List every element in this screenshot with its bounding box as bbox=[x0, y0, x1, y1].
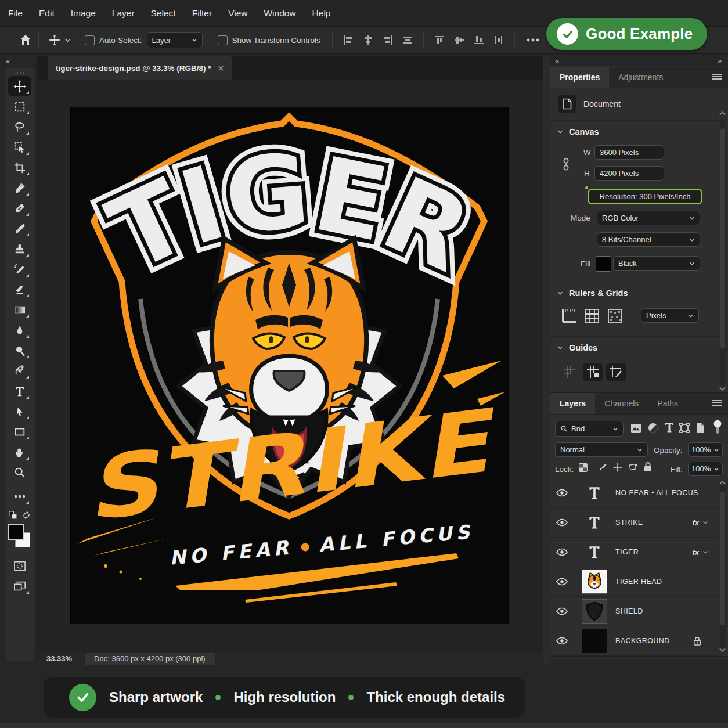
eye-icon[interactable] bbox=[556, 489, 568, 497]
eye-icon[interactable] bbox=[556, 607, 568, 615]
align-left-icon[interactable] bbox=[343, 34, 354, 46]
guides-section-header[interactable]: Guides bbox=[557, 343, 597, 352]
blur-tool[interactable] bbox=[8, 320, 31, 340]
layer-lock-icon[interactable] bbox=[693, 636, 701, 646]
tab-properties[interactable]: Properties bbox=[550, 67, 609, 88]
lasso-tool[interactable] bbox=[8, 117, 31, 137]
menu-item-edit[interactable]: Edit bbox=[31, 8, 63, 19]
path-selection-tool[interactable] bbox=[8, 401, 31, 421]
layer-row[interactable]: BACKGROUND bbox=[550, 626, 719, 656]
bits-dropdown[interactable]: 8 Bits/Channel bbox=[597, 232, 700, 247]
default-colors-icon[interactable] bbox=[9, 511, 17, 520]
lock-all-icon[interactable] bbox=[643, 462, 653, 472]
hand-tool[interactable] bbox=[8, 442, 31, 462]
guides-edit-icon[interactable] bbox=[606, 363, 626, 381]
resolution-field[interactable]: Resolution: 300 Pixels/Inch bbox=[588, 189, 702, 204]
clone-stamp-tool[interactable] bbox=[8, 239, 31, 259]
layer-fill-field[interactable]: 100% bbox=[688, 462, 723, 476]
history-brush-tool[interactable] bbox=[8, 259, 31, 279]
pixel-grid-icon[interactable] bbox=[607, 308, 623, 324]
color-swatches[interactable] bbox=[8, 524, 31, 550]
fill-dropdown[interactable]: Black bbox=[613, 256, 700, 271]
filter-type-icon[interactable] bbox=[665, 422, 674, 433]
filter-toggle-icon[interactable] bbox=[713, 420, 722, 435]
eye-icon[interactable] bbox=[556, 548, 568, 556]
gradient-tool[interactable] bbox=[8, 300, 31, 320]
home-icon[interactable] bbox=[19, 33, 33, 47]
lock-position-icon[interactable] bbox=[612, 462, 623, 473]
opacity-field[interactable]: 100% bbox=[688, 442, 723, 457]
close-tab-icon[interactable] bbox=[218, 65, 224, 71]
scroll-down-icon[interactable] bbox=[719, 386, 726, 391]
layer-row[interactable]: TIGER HEAD bbox=[550, 567, 719, 597]
menu-item-select[interactable]: Select bbox=[143, 8, 184, 19]
grid-icon[interactable] bbox=[584, 308, 600, 324]
menu-item-filter[interactable]: Filter bbox=[184, 8, 220, 19]
dodge-tool[interactable] bbox=[8, 340, 31, 361]
eye-icon[interactable] bbox=[556, 518, 568, 527]
height-input[interactable]: 4200 Pixels bbox=[594, 166, 664, 181]
fx-chevron-icon[interactable] bbox=[702, 549, 708, 555]
collapse-right-icon[interactable]: » bbox=[718, 56, 721, 65]
auto-select-dropdown[interactable]: Layer bbox=[147, 32, 203, 48]
crop-tool[interactable] bbox=[8, 157, 31, 178]
layer-row[interactable]: NO FEAR • ALL FOCUS bbox=[550, 478, 719, 508]
marquee-tool[interactable] bbox=[8, 96, 31, 117]
tab-channels[interactable]: Channels bbox=[595, 393, 648, 414]
eraser-tool[interactable] bbox=[8, 279, 31, 300]
scroll-up-icon[interactable] bbox=[719, 111, 726, 116]
layer-fx-badge[interactable]: fx bbox=[692, 548, 699, 557]
fill-swatch[interactable] bbox=[596, 256, 611, 272]
align-middle-vertical-icon[interactable] bbox=[453, 34, 465, 46]
layer-row[interactable]: TIGER fx bbox=[550, 538, 719, 567]
filter-smart-object-icon[interactable] bbox=[695, 422, 705, 433]
distribute-horizontal-icon[interactable] bbox=[402, 34, 413, 46]
menu-item-file[interactable]: File bbox=[0, 8, 31, 19]
width-input[interactable]: 3600 Pixels bbox=[594, 145, 664, 160]
filter-image-icon[interactable] bbox=[630, 423, 641, 433]
swap-colors-icon[interactable] bbox=[22, 511, 31, 520]
more-options-icon[interactable] bbox=[527, 38, 539, 42]
align-bottom-icon[interactable] bbox=[473, 34, 485, 46]
shape-tool[interactable] bbox=[8, 421, 31, 442]
tab-paths[interactable]: Paths bbox=[648, 393, 687, 414]
doc-info[interactable]: Doc: 3600 px x 4200 px (300 ppi) bbox=[85, 653, 215, 665]
show-transform-checkbox[interactable] bbox=[218, 35, 228, 45]
menu-item-layer[interactable]: Layer bbox=[104, 8, 143, 19]
foreground-color-swatch[interactable] bbox=[8, 524, 24, 540]
scroll-down-icon[interactable] bbox=[719, 647, 726, 653]
panel-menu-icon[interactable] bbox=[712, 74, 722, 81]
rulers-icon[interactable] bbox=[561, 308, 577, 325]
menu-item-window[interactable]: Window bbox=[255, 8, 304, 19]
object-selection-tool[interactable] bbox=[8, 137, 31, 157]
collapse-left-icon[interactable]: « bbox=[555, 56, 558, 65]
properties-scrollbar[interactable] bbox=[720, 119, 726, 386]
menu-item-image[interactable]: Image bbox=[63, 8, 104, 19]
document-tab[interactable]: tiger-strike-design.psd @ 33.3% (RGB/8) … bbox=[48, 56, 232, 80]
filter-shape-icon[interactable] bbox=[679, 423, 690, 433]
align-right-icon[interactable] bbox=[382, 34, 394, 46]
menu-item-view[interactable]: View bbox=[220, 8, 255, 19]
move-tool[interactable] bbox=[8, 76, 31, 96]
eye-icon[interactable] bbox=[556, 637, 568, 645]
move-tool-option-icon[interactable] bbox=[48, 34, 61, 46]
tab-adjustments[interactable]: Adjustments bbox=[609, 67, 672, 88]
distribute-vertical-icon[interactable] bbox=[493, 34, 504, 46]
tab-layers[interactable]: Layers bbox=[550, 393, 595, 414]
canvas-area[interactable]: TIGER TIGER bbox=[37, 80, 543, 653]
canvas-section-header[interactable]: Canvas bbox=[557, 127, 599, 136]
panel-menu-icon[interactable] bbox=[712, 400, 722, 407]
pen-tool[interactable] bbox=[8, 361, 31, 381]
screen-mode-icon[interactable] bbox=[8, 576, 31, 596]
eye-icon[interactable] bbox=[556, 578, 568, 586]
zoom-tool[interactable] bbox=[8, 462, 31, 482]
brush-tool[interactable] bbox=[8, 218, 31, 239]
edit-toolbar-icon[interactable] bbox=[8, 486, 31, 506]
layers-scrollbar[interactable] bbox=[720, 486, 726, 648]
rulers-section-header[interactable]: Rulers & Grids bbox=[557, 289, 628, 298]
align-top-icon[interactable] bbox=[434, 34, 445, 46]
align-center-horizontal-icon[interactable] bbox=[362, 34, 374, 46]
units-dropdown[interactable]: Pixels bbox=[641, 308, 699, 323]
spot-healing-tool[interactable] bbox=[8, 198, 31, 218]
toolbar-grip[interactable] bbox=[13, 72, 26, 74]
